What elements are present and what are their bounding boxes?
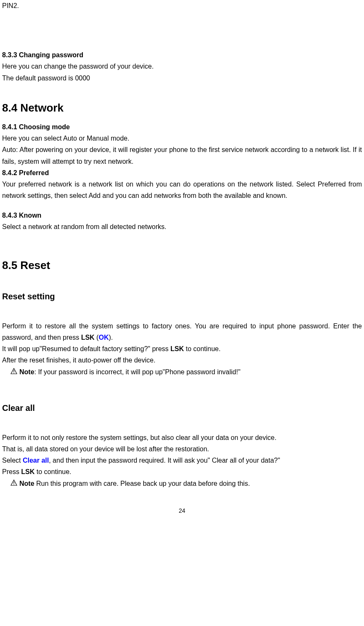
note-row: Note Run this program with care. Please … xyxy=(2,478,362,489)
note-text: Note: If your password is incorrect, it … xyxy=(19,366,240,378)
note-row: Note: If your password is incorrect, it … xyxy=(2,366,362,378)
text-line: The default password is 0000 xyxy=(2,72,362,84)
text-line: Here you can change the password of your… xyxy=(2,61,362,72)
text-paragraph: Auto: After powering on your device, it … xyxy=(2,144,362,167)
heading-clear-all: Clear all xyxy=(2,401,362,415)
text-paragraph: Your preferred network is a network list… xyxy=(2,178,362,201)
note-text: Note Run this program with care. Please … xyxy=(19,478,250,489)
text-line: After the reset finishes, it auto-power … xyxy=(2,354,362,366)
warning-icon xyxy=(11,368,17,375)
warning-icon xyxy=(11,479,17,486)
text-line: Select Clear all, and then input the pas… xyxy=(2,455,362,466)
text-line: It will pop up"Resumed to default factor… xyxy=(2,343,362,354)
heading-8-4-3: 8.4.3 Known xyxy=(2,210,362,221)
text-line: Here you can select Auto or Manual mode. xyxy=(2,133,362,144)
svg-point-2 xyxy=(13,373,14,373)
heading-8-5: 8.5 Reset xyxy=(2,256,362,274)
text-line: Press LSK to continue. xyxy=(2,466,362,477)
heading-8-4: 8.4 Network xyxy=(2,99,362,117)
top-fragment: PIN2. xyxy=(2,0,362,11)
text-paragraph: Perform it to restore all the system set… xyxy=(2,320,362,343)
text-line: Select a network at random from all dete… xyxy=(2,221,362,232)
heading-8-4-2: 8.4.2 Preferred xyxy=(2,167,362,178)
heading-reset-setting: Reset setting xyxy=(2,289,362,304)
text-line: That is, all data stored on your device … xyxy=(2,443,362,455)
heading-8-4-1: 8.4.1 Choosing mode xyxy=(2,121,362,133)
svg-point-5 xyxy=(13,484,14,485)
page-number: 24 xyxy=(2,506,362,516)
text-line: Perform it to not only restore the syste… xyxy=(2,432,362,443)
heading-8-3-3: 8.3.3 Changing password xyxy=(2,49,362,61)
